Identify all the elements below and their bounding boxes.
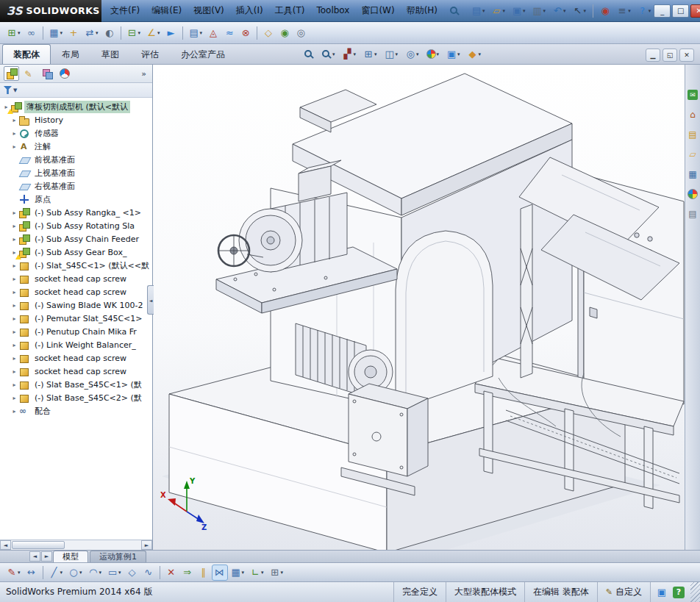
smart-fasteners-button[interactable]: + [65,24,82,42]
assembly-features-button[interactable]: ⊟▾ [124,24,144,42]
tree-item[interactable]: 上视基准面 [0,166,152,179]
graphics-area[interactable]: Y X Z [153,65,685,550]
select-button[interactable]: ↖▾ [570,2,590,20]
polygon-button[interactable]: ◇ [124,565,140,581]
view-palette-button[interactable]: ▦ [686,168,699,181]
expand-arrow-icon[interactable]: ▸ [10,236,18,243]
tab-scroll-left-button[interactable]: ◄ [29,551,40,562]
arc-button[interactable]: ◠▾ [85,565,105,581]
explode-line-sketch-button[interactable]: ≈ [221,24,238,42]
insert-component-button[interactable]: ⊞▾ [4,24,24,42]
menu-item[interactable]: 视图(V) [188,0,230,21]
edit-appearance-button[interactable]: ▾ [424,46,443,62]
tree-item[interactable]: ▸(-) Link Weight Balancer_ [0,338,152,351]
tree-item[interactable]: ▸注解 [0,140,152,153]
scrollbar-track[interactable] [11,540,141,550]
command-tab[interactable]: 布局 [51,44,90,64]
design-library-button[interactable]: ▤ [686,128,699,141]
tree-item[interactable]: ▸socket head cap screw [0,365,152,378]
panel-expand-button[interactable]: » [139,69,149,79]
mirror-entities-button[interactable]: ⋈ [212,565,228,581]
menu-item[interactable]: 工具(T) [269,0,311,21]
configurationmanager-tab[interactable] [39,66,54,81]
scrollbar-thumb[interactable] [12,541,65,549]
menu-item[interactable]: 帮助(H) [401,0,443,21]
tree-item[interactable]: ▸(-) Sub Assy Rotating Sla [0,219,152,232]
display-relations-button[interactable]: ∟▾ [247,565,267,581]
trim-entities-button[interactable]: ✕ [163,565,179,581]
tree-item[interactable]: ▸socket head cap screw [0,351,152,365]
open-button[interactable]: ▱▾ [489,2,509,20]
panel-collapse-handle[interactable]: ◄ [147,285,154,315]
bill-of-materials-button[interactable]: ▤▾ [186,24,206,42]
expand-arrow-icon[interactable]: ▸ [10,408,18,415]
tree-item[interactable]: 右视基准面 [0,179,152,193]
large-assembly-mode-button[interactable]: ◉ [276,24,293,42]
zoom-to-area-button[interactable]: ▾ [318,46,338,62]
tree-item[interactable]: 前视基准面 [0,153,152,166]
line-button[interactable]: ╱▾ [46,565,66,581]
document-tab[interactable]: 模型 [53,551,88,562]
tree-item[interactable]: ▸(-) Slat Base_S45C<2> (默 [0,391,152,404]
exploded-view-button[interactable]: ◬ [205,24,221,42]
smart-dimension-button[interactable]: ↔ [24,565,40,581]
tree-item[interactable]: ▸(-) Sub Assy Rangka_ <1> [0,206,152,219]
menu-item[interactable]: Toolbox [310,0,355,21]
view-settings-button[interactable]: ◆▾ [465,46,485,62]
expand-arrow-icon[interactable]: ▸ [10,395,18,401]
hide-show-items-button[interactable]: ◎▾ [402,46,422,62]
tree-item[interactable]: ▸传感器 [0,126,152,140]
tree-item[interactable]: ▸(-) Sub Assy Gear Box_ [0,246,152,259]
customize-status-button[interactable]: ✎ 自定义 [597,582,650,602]
take-snapshot-button[interactable]: ◎ [293,24,309,42]
interference-detection-button[interactable]: ⊗ [238,24,254,42]
new-motion-study-button[interactable]: ► [163,24,179,42]
circle-button[interactable]: ○▾ [65,565,85,581]
linear-sketch-pattern-button[interactable]: ▦▾ [228,565,248,581]
convert-entities-button[interactable]: ⇒ [179,565,196,581]
offset-entities-button[interactable]: ∥ [196,565,212,581]
custom-properties-button[interactable]: ▤ [686,207,699,221]
reference-geometry-button[interactable]: ∠▾ [143,24,163,42]
expand-arrow-icon[interactable]: ▸ [10,130,18,137]
command-tab[interactable]: 办公室产品 [170,44,236,64]
tab-scroll-right-button[interactable]: ► [41,551,52,562]
help-button[interactable]: ?▾ [635,2,654,20]
command-tab[interactable]: 装配体 [2,44,51,64]
close-button[interactable]: ✕ [690,4,700,18]
document-tab[interactable]: 运动算例1 [90,551,146,562]
tree-item[interactable]: ▸socket head cap screw [0,272,152,285]
expand-arrow-icon[interactable]: ▸ [10,355,18,362]
featuremanager-tab[interactable] [4,66,19,81]
menu-item[interactable]: 文件(F) [104,0,146,21]
scroll-left-button[interactable]: ◄ [0,540,11,550]
quick-snaps-button[interactable]: ⊞▾ [267,565,287,581]
resize-grip[interactable] [690,582,700,602]
mate-button[interactable]: ∞ [24,24,40,42]
file-explorer-button[interactable]: ▱ [686,148,699,161]
tree-item[interactable]: ▸(-) Sawing Blade WK 100-2 [0,298,152,312]
document-restore-button[interactable]: ◱ [662,49,677,62]
document-minimize-button[interactable]: ▁ [646,49,660,62]
show-hidden-components-button[interactable]: ◐ [101,24,118,42]
expand-arrow-icon[interactable]: ▸ [10,262,18,269]
tree-item[interactable]: ▸配合 [0,404,152,418]
tree-item[interactable]: ▸socket head cap screw [0,285,152,298]
minimize-button[interactable]: _ [654,4,671,18]
solidworks-forum-button[interactable]: ✉ [686,88,699,101]
quick-tips-button[interactable]: ? [670,585,688,600]
move-component-button[interactable]: ⇄▾ [82,24,101,42]
apply-scene-button[interactable]: ▣▾ [443,46,463,62]
expand-arrow-icon[interactable]: ▸ [10,368,18,375]
filter-dropdown-caret[interactable]: ▼ [13,87,17,93]
expand-arrow-icon[interactable]: ▸ [10,143,18,150]
expand-arrow-icon[interactable]: ▸ [10,209,18,216]
tree-item[interactable]: ▸(-) Sub Assy Chain Feeder [0,232,152,246]
undo-button[interactable]: ↶▾ [549,2,569,20]
instant-3d-button[interactable]: ◇ [260,24,276,42]
menu-item[interactable]: 窗口(W) [355,0,400,21]
tree-item[interactable]: ▸(-) Penutup Chain Mika Fr [0,325,152,338]
expand-arrow-icon[interactable]: ▸ [10,315,18,322]
expand-arrow-icon[interactable]: ▸ [10,381,18,388]
tree-item[interactable]: ▸History [0,113,152,126]
